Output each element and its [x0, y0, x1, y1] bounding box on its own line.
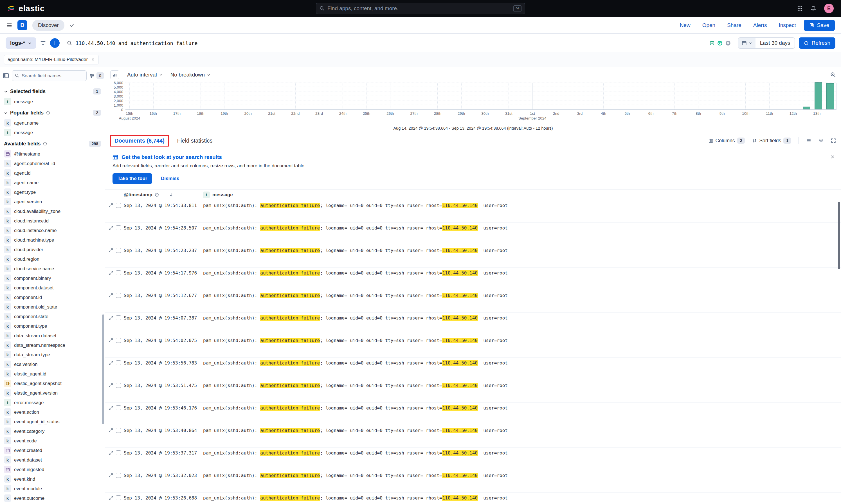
field-list-item[interactable]: k component.state: [0, 312, 105, 321]
field-list-item[interactable]: k component.binary: [0, 273, 105, 283]
new-link[interactable]: New: [680, 22, 691, 29]
expand-document-icon[interactable]: [109, 383, 113, 388]
table-row[interactable]: Sep 13, 2024 @ 19:53:40.864 pam_unix(ssh…: [105, 425, 841, 448]
filter-pill[interactable]: agent.name: MYDFIR-Linux-PilotVader: [4, 55, 99, 65]
date-picker-calendar-button[interactable]: [738, 38, 755, 48]
alerts-link[interactable]: Alerts: [753, 22, 767, 29]
row-checkbox[interactable]: [116, 270, 121, 275]
row-checkbox[interactable]: [116, 225, 121, 230]
table-row[interactable]: Sep 13, 2024 @ 19:54:02.075 pam_unix(ssh…: [105, 335, 841, 358]
field-list-item[interactable]: k component.id: [0, 292, 105, 302]
info-icon[interactable]: [46, 111, 50, 115]
global-search[interactable]: ^/: [316, 3, 525, 14]
expand-document-icon[interactable]: [109, 451, 113, 455]
field-list-item[interactable]: k ecs.version: [0, 359, 105, 369]
field-search-box[interactable]: [12, 70, 87, 81]
field-search-input[interactable]: [22, 73, 84, 78]
expand-document-icon[interactable]: [109, 361, 113, 365]
table-row[interactable]: Sep 13, 2024 @ 19:53:26.688 pam_unix(ssh…: [105, 492, 841, 504]
close-icon[interactable]: [830, 155, 835, 159]
field-list-item[interactable]: t error.message: [0, 398, 105, 407]
time-range-label[interactable]: Last 30 days: [755, 40, 795, 46]
field-list-item[interactable]: k event.code: [0, 436, 105, 446]
row-checkbox[interactable]: [116, 315, 121, 320]
sort-descending-icon[interactable]: [169, 193, 173, 197]
dismiss-button[interactable]: Dismiss: [161, 176, 179, 181]
table-row[interactable]: Sep 13, 2024 @ 19:53:37.317 pam_unix(ssh…: [105, 448, 841, 470]
row-checkbox[interactable]: [116, 338, 121, 343]
row-checkbox[interactable]: [116, 383, 121, 388]
field-list-item[interactable]: k data_stream.dataset: [0, 331, 105, 340]
row-checkbox[interactable]: [116, 360, 121, 365]
field-list-item[interactable]: k cloud.region: [0, 254, 105, 264]
columns-button[interactable]: Columns 2: [709, 138, 745, 144]
gear-icon[interactable]: [819, 138, 824, 143]
field-list-item[interactable]: k event.outcome: [0, 493, 105, 503]
field-list-item[interactable]: k agent.type: [0, 187, 105, 197]
expand-document-icon[interactable]: [109, 473, 113, 478]
query-input[interactable]: [76, 40, 706, 46]
edit-visualization-icon[interactable]: [110, 70, 119, 79]
field-filters-button[interactable]: 0: [89, 72, 104, 79]
row-checkbox[interactable]: [116, 473, 121, 478]
field-list-item[interactable]: k event.category: [0, 426, 105, 436]
clear-query-icon[interactable]: [726, 40, 731, 46]
expand-document-icon[interactable]: [109, 271, 113, 275]
field-list-item[interactable]: k cloud.instance.id: [0, 216, 105, 226]
field-list-item[interactable]: k component.type: [0, 321, 105, 331]
field-list-item[interactable]: k cloud.instance.name: [0, 226, 105, 235]
interval-dropdown[interactable]: Auto interval: [127, 72, 163, 78]
row-checkbox[interactable]: [116, 203, 121, 208]
collapse-sidebar-icon[interactable]: [3, 73, 9, 79]
browser-extension-icon[interactable]: [710, 41, 714, 46]
row-checkbox[interactable]: [116, 450, 121, 455]
table-row[interactable]: Sep 13, 2024 @ 19:53:32.023 pam_unix(ssh…: [105, 470, 841, 492]
expand-document-icon[interactable]: [109, 496, 113, 500]
timestamp-column-header[interactable]: @timestamp: [124, 192, 153, 198]
field-list-item[interactable]: t message: [0, 97, 105, 106]
elastic-logo[interactable]: elastic: [7, 4, 44, 13]
inspect-link[interactable]: Inspect: [779, 22, 796, 29]
tab-field-statistics[interactable]: Field statistics: [177, 138, 213, 144]
lens-suggestions-icon[interactable]: [830, 72, 836, 78]
field-list-item[interactable]: k agent.version: [0, 197, 105, 206]
tab-documents[interactable]: Documents (6,744): [110, 135, 169, 146]
expand-document-icon[interactable]: [109, 248, 113, 253]
field-list-item[interactable]: k cloud.machine.type: [0, 235, 105, 245]
field-list-item[interactable]: k data_stream.namespace: [0, 340, 105, 350]
field-list-item[interactable]: event.ingested: [0, 465, 105, 474]
filter-menu-icon[interactable]: [40, 40, 46, 46]
table-row[interactable]: Sep 13, 2024 @ 19:53:56.783 pam_unix(ssh…: [105, 358, 841, 380]
row-checkbox[interactable]: [116, 428, 121, 433]
field-list-item[interactable]: k agent.name: [0, 178, 105, 187]
field-section-header[interactable]: Available fields 298: [0, 137, 105, 149]
field-list-item[interactable]: elastic_agent.snapshot: [0, 379, 105, 388]
field-list-item[interactable]: k event.agent_id_status: [0, 417, 105, 426]
expand-document-icon[interactable]: [109, 428, 113, 433]
field-list-item[interactable]: t message: [0, 128, 105, 137]
fullscreen-icon[interactable]: [831, 138, 836, 143]
add-filter-button[interactable]: [50, 38, 60, 48]
info-icon[interactable]: [43, 142, 47, 146]
sidebar-scrollbar[interactable]: [102, 314, 104, 424]
field-section-header[interactable]: Selected fields 1: [0, 85, 105, 97]
expand-document-icon[interactable]: [109, 316, 113, 320]
breadcrumb-app-name[interactable]: Discover: [32, 20, 65, 31]
row-checkbox[interactable]: [116, 495, 121, 500]
grammarly-extension-icon[interactable]: [717, 40, 722, 46]
global-search-input[interactable]: [327, 5, 511, 12]
table-row[interactable]: Sep 13, 2024 @ 19:54:07.387 pam_unix(ssh…: [105, 312, 841, 335]
table-row[interactable]: Sep 13, 2024 @ 19:54:28.507 pam_unix(ssh…: [105, 222, 841, 245]
row-checkbox[interactable]: [116, 405, 121, 410]
expand-document-icon[interactable]: [109, 293, 113, 298]
field-list-item[interactable]: k elastic_agent.version: [0, 388, 105, 398]
histogram-bar[interactable]: [826, 83, 834, 109]
expand-document-icon[interactable]: [109, 338, 113, 343]
expand-document-icon[interactable]: [109, 226, 113, 230]
histogram-bar[interactable]: [815, 83, 822, 109]
table-row[interactable]: Sep 13, 2024 @ 19:54:17.976 pam_unix(ssh…: [105, 268, 841, 290]
project-badge[interactable]: D: [17, 20, 27, 30]
table-row[interactable]: Sep 13, 2024 @ 19:54:33.811 pam_unix(ssh…: [105, 200, 841, 222]
apps-grid-icon[interactable]: [797, 6, 803, 11]
query-input-box[interactable]: [64, 37, 734, 49]
